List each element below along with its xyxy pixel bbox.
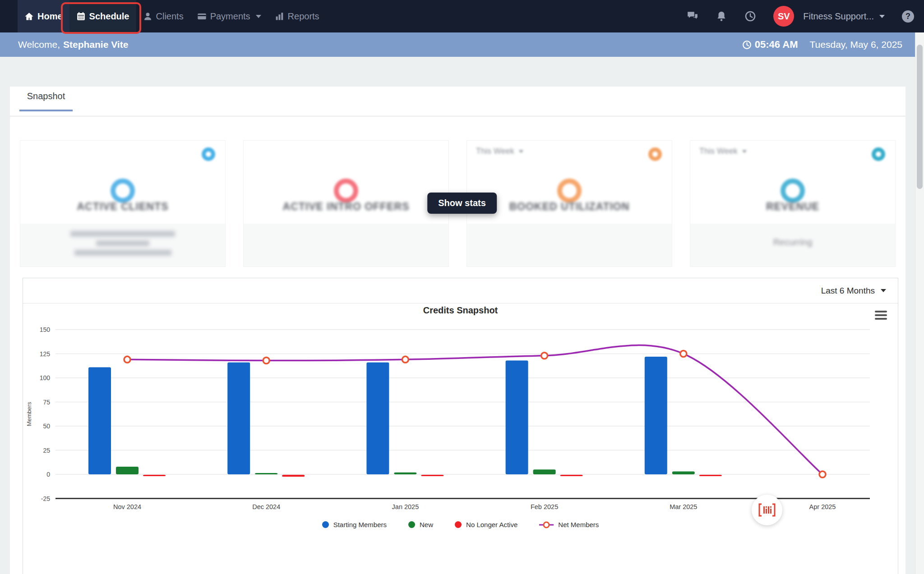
- clock-icon: [742, 40, 752, 50]
- revenue-footer-label: Recurring: [690, 224, 895, 248]
- stat-card-title: BOOKED UTILIZATION: [467, 201, 672, 213]
- legend-dot: [455, 521, 462, 528]
- svg-text:Mar 2025: Mar 2025: [670, 503, 697, 510]
- stat-card-title: REVENUE: [690, 201, 895, 213]
- stat-card-active-intro-offers: ACTIVE INTRO OFFERS: [243, 140, 449, 267]
- svg-text:Dec 2024: Dec 2024: [252, 503, 280, 510]
- svg-text:Members: Members: [26, 402, 32, 427]
- nav-item-clients[interactable]: Clients: [136, 0, 190, 32]
- caret-down-icon: [519, 150, 523, 153]
- avatar[interactable]: SV: [773, 6, 794, 27]
- top-navbar: Home Schedule Clients Payments Reports S…: [0, 0, 924, 32]
- account-label: Fitness Support...: [803, 11, 874, 22]
- svg-text:25: 25: [43, 447, 50, 454]
- stat-ring: [557, 179, 582, 203]
- legend-item-net-members[interactable]: Net Members: [539, 521, 599, 528]
- nav-right-tools: SV Fitness Support... ?: [687, 0, 924, 32]
- stat-ring: [334, 179, 358, 203]
- chat-icon[interactable]: [687, 10, 698, 22]
- scrollbar-thumb[interactable]: [917, 45, 923, 189]
- welcome-message: Welcome, Stephanie Vite: [18, 39, 128, 50]
- stat-card-active-clients: ACTIVE CLIENTS: [20, 140, 226, 267]
- user-name: Stephanie Vite: [63, 39, 128, 50]
- nav-item-reports[interactable]: Reports: [268, 0, 326, 32]
- home-icon: [24, 12, 34, 21]
- svg-text:125: 125: [40, 350, 51, 358]
- caret-down-icon: [256, 15, 261, 18]
- credit-card-icon: [197, 12, 207, 21]
- current-time: 05:46 AM: [742, 39, 798, 51]
- legend-item-no-longer-active[interactable]: No Longer Active: [455, 521, 517, 528]
- legend-item-new[interactable]: New: [408, 521, 433, 528]
- caret-down-icon: [742, 150, 747, 153]
- welcome-datetime: 05:46 AM Tuesday, May 6, 2025: [742, 39, 902, 51]
- svg-text:Nov 2024: Nov 2024: [113, 503, 141, 510]
- stat-card-booked-utilization: This Week BOOKED UTILIZATION: [467, 140, 672, 267]
- stat-ring: [781, 179, 805, 203]
- tab-snapshot[interactable]: Snapshot: [19, 87, 73, 111]
- bar-chart-icon: [275, 12, 284, 21]
- svg-text:Jan 2025: Jan 2025: [392, 503, 419, 510]
- time-label: 05:46 AM: [755, 39, 798, 51]
- date-label: Tuesday, May 6, 2025: [810, 39, 902, 50]
- svg-text:100: 100: [40, 374, 51, 381]
- nav-item-schedule[interactable]: Schedule: [69, 0, 136, 32]
- nav-item-label: Payments: [210, 11, 250, 22]
- credits-snapshot-panel: Last 6 Months Credits Snapshot 150125100…: [23, 278, 898, 574]
- svg-text:-25: -25: [41, 495, 50, 502]
- nav-item-label: Reports: [288, 11, 319, 22]
- person-icon: [143, 12, 152, 21]
- content-panel: Snapshot ACTIVE CLIENTS ACTIVE INTRO OFF…: [10, 87, 906, 574]
- credits-snapshot-chart: 1501251007550250-25MembersNov 2024Dec 20…: [23, 323, 899, 524]
- svg-text:Apr 2025: Apr 2025: [809, 503, 836, 510]
- welcome-bar: Welcome, Stephanie Vite 05:46 AM Tuesday…: [0, 32, 924, 57]
- blurred-text-line: [70, 231, 175, 237]
- page-scrollbar: [915, 32, 924, 574]
- svg-text:50: 50: [43, 422, 50, 430]
- help-icon[interactable]: ?: [902, 10, 914, 23]
- svg-text:150: 150: [40, 326, 51, 333]
- svg-text:0: 0: [46, 471, 50, 478]
- barcode-scan-badge[interactable]: [752, 495, 782, 525]
- nav-item-label: Clients: [156, 11, 184, 22]
- period-selector[interactable]: This Week: [476, 147, 523, 156]
- caret-down-icon: [879, 15, 885, 18]
- calendar-icon: [76, 12, 86, 21]
- nav-item-payments[interactable]: Payments: [190, 0, 268, 32]
- nav-item-label: Home: [37, 11, 63, 22]
- stat-card-title: ACTIVE CLIENTS: [20, 201, 225, 213]
- period-selector[interactable]: This Week: [699, 147, 747, 156]
- legend-dot: [322, 521, 329, 528]
- svg-text:Feb 2025: Feb 2025: [531, 503, 558, 510]
- history-clock-icon[interactable]: [744, 10, 756, 22]
- stat-ring: [111, 179, 135, 203]
- chart-menu-icon[interactable]: [875, 311, 887, 320]
- gear-icon[interactable]: [202, 147, 215, 161]
- blurred-text-line: [96, 240, 149, 246]
- legend-item-starting-members[interactable]: Starting Members: [322, 521, 387, 528]
- svg-text:75: 75: [43, 399, 50, 406]
- caret-down-icon: [881, 289, 886, 292]
- greeting-prefix: Welcome,: [18, 39, 60, 50]
- show-stats-button[interactable]: Show stats: [427, 193, 497, 214]
- chart-title: Credits Snapshot: [23, 305, 898, 316]
- tab-divider: [10, 116, 906, 116]
- legend-dot: [408, 521, 415, 528]
- barcode-icon: [758, 503, 776, 517]
- stat-card-title: ACTIVE INTRO OFFERS: [244, 201, 448, 213]
- date-range-selector[interactable]: Last 6 Months: [821, 286, 886, 296]
- nav-item-home[interactable]: Home: [18, 0, 69, 32]
- gear-icon[interactable]: [872, 147, 885, 161]
- blurred-footer-text: [20, 224, 225, 256]
- blurred-text-line: [74, 250, 171, 256]
- stat-card-revenue: This Week REVENUE Recurring: [690, 140, 896, 267]
- nav-item-label: Schedule: [89, 11, 129, 22]
- gear-icon[interactable]: [648, 147, 662, 161]
- legend-line-marker: [539, 521, 554, 528]
- account-menu[interactable]: Fitness Support...: [803, 11, 885, 22]
- nav-items: Home Schedule Clients Payments Reports: [0, 0, 326, 32]
- bell-icon[interactable]: [716, 10, 727, 22]
